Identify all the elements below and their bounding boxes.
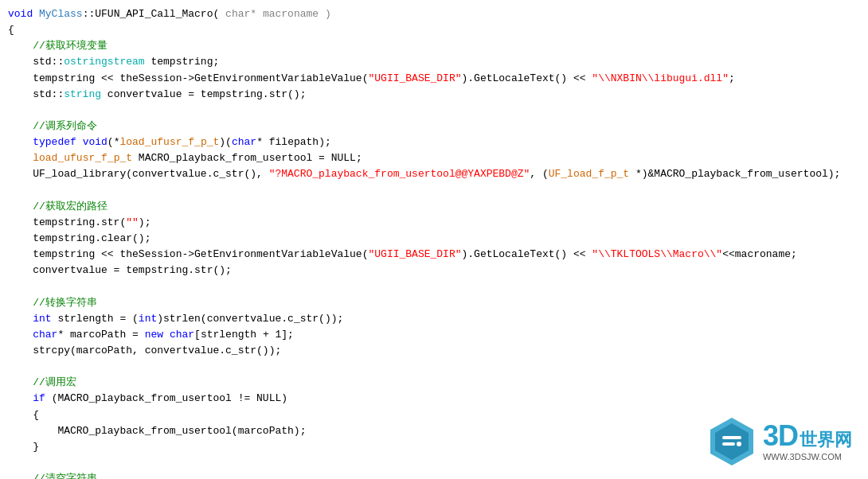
code-line: //调用宏 xyxy=(8,375,860,391)
code-token: char xyxy=(170,329,194,341)
code-token: convertvalue = tempstring.str(); xyxy=(8,264,232,276)
code-token: UF_load_library(convertvalue.c_str(), xyxy=(8,168,269,180)
code-token: //获取宏的路径 xyxy=(8,201,108,212)
code-token: //获取环境变量 xyxy=(8,40,108,52)
code-token: MyClass xyxy=(39,8,83,20)
code-token: //调用宏 xyxy=(8,376,76,388)
code-container: void MyClass::UFUN_API_Call_Macro( char*… xyxy=(0,0,868,479)
code-token: string xyxy=(64,88,101,100)
code-token xyxy=(163,329,170,341)
code-token: ).GetLocaleText() << xyxy=(462,248,592,260)
code-token: "UGII_BASE_DIR" xyxy=(368,72,461,84)
svg-rect-2 xyxy=(722,436,741,439)
code-token: std:: xyxy=(8,56,64,68)
code-token: } xyxy=(8,441,39,453)
svg-rect-3 xyxy=(722,442,735,446)
svg-point-4 xyxy=(737,442,741,446)
code-token: load_ufusr_f_p_t xyxy=(119,136,219,148)
code-token: typedef xyxy=(33,136,76,148)
code-token: "" xyxy=(126,216,139,228)
code-token: void xyxy=(83,136,108,148)
code-line: tempstring << theSession->GetEnvironment… xyxy=(8,247,860,263)
logo-brand: 3D 世界网 WWW.3DSJW.COM xyxy=(704,414,852,469)
code-token: [strlength + 1]; xyxy=(194,329,294,341)
code-line: void MyClass::UFUN_API_Call_Macro( char*… xyxy=(8,6,860,22)
logo-area: 3D 世界网 WWW.3DSJW.COM xyxy=(704,414,852,469)
code-token: * macroname ) xyxy=(250,8,330,20)
code-token: ostringstream xyxy=(64,56,144,68)
code-line xyxy=(8,183,860,199)
code-block: void MyClass::UFUN_API_Call_Macro( char*… xyxy=(8,6,860,479)
code-line: //获取宏的路径 xyxy=(8,199,860,215)
code-token: ).GetLocaleText() << xyxy=(462,72,592,84)
code-token: //清空字符串 xyxy=(8,473,97,479)
code-line: //转换字符串 xyxy=(8,295,860,311)
code-token: tempstring << theSession->GetEnvironment… xyxy=(8,248,368,260)
code-line: tempstring.clear(); xyxy=(8,231,860,247)
logo-hex-icon xyxy=(704,414,760,469)
code-token: //调系列命令 xyxy=(8,120,97,132)
code-token: ); xyxy=(139,216,151,228)
code-token: * marcoPath = xyxy=(57,329,144,341)
code-token: //转换字符串 xyxy=(8,297,97,309)
code-token: "\\NXBIN\\libugui.dll" xyxy=(592,72,729,84)
code-token xyxy=(8,136,33,148)
code-token: int xyxy=(33,313,51,325)
code-token: * filepath); xyxy=(256,136,331,148)
code-token: tempstring.clear(); xyxy=(8,232,151,244)
code-token: load_ufusr_f_p_t xyxy=(33,152,132,164)
code-token: if xyxy=(33,392,45,404)
code-line: tempstring.str(""); xyxy=(8,215,860,231)
code-token: { xyxy=(8,24,14,36)
code-token: "?MACRO_playback_from_usertool@@YAXPEBD@… xyxy=(269,168,530,180)
code-token: )( xyxy=(219,136,232,148)
code-line: convertvalue = tempstring.str(); xyxy=(8,263,860,278)
code-line: strcpy(marcoPath, convertvalue.c_str()); xyxy=(8,343,860,359)
code-token: ( xyxy=(213,8,225,20)
code-line xyxy=(8,103,860,119)
code-token: "UGII_BASE_DIR" xyxy=(368,248,461,260)
code-token xyxy=(8,392,33,404)
code-token: new xyxy=(145,329,163,341)
code-token: :: xyxy=(83,8,96,20)
code-token: MACRO_playback_from_usertool = NULL; xyxy=(132,152,362,164)
code-token: tempstring.str( xyxy=(8,216,126,228)
code-token: { xyxy=(8,409,39,421)
logo-world-text: 世界网 xyxy=(800,428,852,452)
code-token: strlength = ( xyxy=(52,313,139,325)
code-token: void xyxy=(8,8,39,20)
code-line: //获取环境变量 xyxy=(8,38,860,54)
code-token xyxy=(8,329,33,341)
code-token: "\\TKLTOOLS\\Macro\\" xyxy=(592,248,722,260)
code-line xyxy=(8,359,860,375)
code-line: typedef void(*load_ufusr_f_p_t)(char* fi… xyxy=(8,134,860,150)
code-line: { xyxy=(8,22,860,38)
code-line: char* marcoPath = new char[strlength + 1… xyxy=(8,327,860,343)
code-token: MACRO_playback_from_usertool(marcoPath); xyxy=(8,425,306,437)
code-token: int xyxy=(139,313,157,325)
code-token: (* xyxy=(108,136,120,148)
code-line: tempstring << theSession->GetEnvironment… xyxy=(8,71,860,87)
code-token: char xyxy=(33,329,57,341)
code-line: //调系列命令 xyxy=(8,119,860,134)
code-token xyxy=(8,152,33,164)
logo-url-text: WWW.3DSJW.COM xyxy=(763,452,842,461)
code-token: tempstring; xyxy=(145,56,220,68)
code-line: load_ufusr_f_p_t MACRO_playback_from_use… xyxy=(8,150,860,166)
code-token: char xyxy=(225,8,250,20)
code-line: if (MACRO_playback_from_usertool != NULL… xyxy=(8,391,860,407)
code-line: UF_load_library(convertvalue.c_str(), "?… xyxy=(8,166,860,182)
code-token xyxy=(8,313,33,325)
code-token: )strlen(convertvalue.c_str()); xyxy=(157,313,343,325)
code-line: std::string convertvalue = tempstring.st… xyxy=(8,87,860,103)
code-token: std:: xyxy=(8,88,64,100)
code-token: convertvalue = tempstring.str(); xyxy=(101,88,306,100)
code-token: UF_load_f_p_t xyxy=(549,168,629,180)
code-token: *)&MACRO_playback_from_usertool); xyxy=(629,168,840,180)
logo-3d-text: 3D xyxy=(763,422,798,450)
code-line: //清空字符串 xyxy=(8,471,860,479)
code-token: ; xyxy=(729,72,735,84)
code-token: UFUN_API_Call_Macro xyxy=(95,8,213,20)
code-token: char xyxy=(232,136,256,148)
code-token xyxy=(76,136,83,148)
